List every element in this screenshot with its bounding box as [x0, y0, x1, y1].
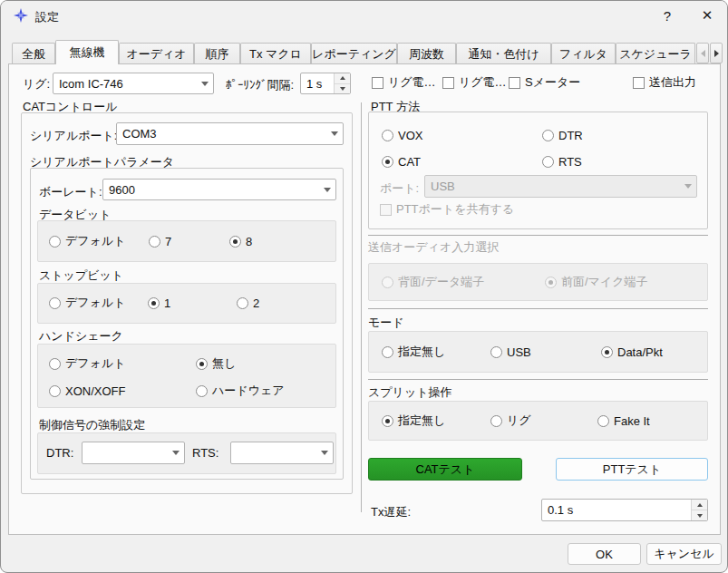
split-fakeit-radio[interactable]: Fake It	[597, 413, 650, 429]
radio-circle[interactable]	[49, 236, 61, 248]
rig-power-off-checkbox[interactable]: リグ電源オ…	[442, 74, 510, 91]
ptt-port-value: USB	[425, 180, 680, 193]
mode-usb-radio[interactable]: USB	[490, 344, 531, 360]
rig-label: リグ:	[23, 76, 50, 92]
handshake-default-radio[interactable]: デフォルト	[49, 355, 126, 372]
mode-none-radio[interactable]: 指定無し	[382, 344, 445, 360]
cancel-button[interactable]: キャンセル	[646, 543, 722, 565]
chevron-down-icon[interactable]	[326, 123, 343, 144]
radio-circle[interactable]	[196, 385, 208, 397]
data-bits-default-radio[interactable]: デフォルト	[49, 233, 126, 249]
serial-port-label: シリアルポート:	[30, 128, 117, 144]
tx-delay-value: 0.1 s	[542, 500, 691, 520]
split-operation-title: スプリット操作	[368, 384, 452, 401]
force-control-lines-title: 制御信号の強制設定	[39, 417, 145, 433]
data-bits-7-radio[interactable]: 7	[149, 233, 171, 249]
stop-bits-2-radio[interactable]: 2	[237, 295, 259, 311]
checkbox-box[interactable]	[372, 77, 383, 89]
mode-datapkt-radio[interactable]: Data/Pkt	[601, 344, 663, 360]
radio-circle[interactable]	[229, 236, 241, 248]
section-divider	[368, 235, 708, 236]
radio-circle[interactable]	[49, 297, 61, 309]
share-ptt-port-checkbox: PTTポートを共有する	[380, 201, 514, 218]
section-divider	[368, 379, 708, 380]
radio-circle	[545, 277, 557, 288]
chevron-down-icon[interactable]	[168, 442, 184, 463]
handshake-hardware-radio[interactable]: ハードウェア	[196, 383, 285, 399]
rig-combo[interactable]: Icom IC-746	[53, 73, 214, 94]
data-bits-8-radio[interactable]: 8	[229, 233, 252, 249]
spin-down-icon[interactable]	[692, 510, 707, 520]
radio-circle[interactable]	[49, 385, 61, 397]
tx-power-checkbox[interactable]: 送信出力	[633, 74, 696, 91]
polling-interval-label: ﾎﾟｰﾘﾝｸﾞ間隔:	[226, 77, 294, 93]
radio-circle[interactable]	[601, 346, 613, 358]
chevron-down-icon[interactable]	[316, 442, 333, 463]
radio-circle[interactable]	[382, 415, 393, 427]
chevron-down-icon[interactable]	[197, 73, 213, 93]
section-divider	[368, 308, 708, 309]
checkbox-box[interactable]	[442, 77, 454, 89]
checkbox-box[interactable]	[633, 77, 645, 89]
checkbox-box[interactable]	[509, 77, 520, 89]
radio-circle[interactable]	[149, 236, 160, 248]
chevron-down-icon[interactable]	[319, 180, 335, 199]
spin-up-icon[interactable]	[335, 73, 350, 84]
radio-circle[interactable]	[148, 297, 160, 309]
handshake-xonxoff-radio[interactable]: XON/XOFF	[49, 383, 125, 399]
rig-power-off-label: リグ電源オ…	[459, 74, 510, 91]
dtr-label: DTR:	[46, 446, 73, 460]
radio-circle[interactable]	[490, 415, 502, 427]
spin-up-icon[interactable]	[692, 500, 707, 510]
rig-power-on-checkbox[interactable]: リグ電源オ…	[372, 74, 440, 91]
stop-bits-default-radio[interactable]: デフォルト	[49, 295, 126, 311]
radio-circle[interactable]	[196, 358, 208, 370]
tx-delay-label: Tx遅延:	[371, 504, 411, 520]
settings-dialog: 設定 ? ✕ 全般 無線機 オーディオ 順序 Tx マクロ レポーティング 周波…	[0, 0, 728, 573]
serial-port-combo[interactable]: COM3	[116, 122, 344, 145]
radio-circle[interactable]	[542, 130, 554, 141]
ok-button[interactable]: OK	[568, 543, 641, 565]
tx-audio-front-radio: 前面/マイク端子	[545, 274, 648, 290]
radio-tab-content: リグ: Icom IC-746 ﾎﾟｰﾘﾝｸﾞ間隔: 1 s リグ電源オ… リグ…	[1, 1, 727, 572]
ptt-vox-radio[interactable]: VOX	[382, 127, 422, 143]
handshake-title: ハンドシェーク	[39, 328, 123, 345]
s-meter-checkbox[interactable]: Sメーター	[509, 74, 580, 91]
radio-circle[interactable]	[490, 346, 502, 358]
rig-combo-value: Icom IC-746	[53, 77, 197, 91]
rts-label: RTS:	[192, 446, 218, 460]
radio-circle[interactable]	[382, 156, 393, 168]
ptt-cat-radio[interactable]: CAT	[382, 153, 421, 170]
spin-down-icon[interactable]	[335, 84, 350, 94]
share-ptt-port-label: PTTポートを共有する	[396, 201, 514, 218]
ptt-test-button[interactable]: PTTテスト	[556, 458, 708, 481]
tx-audio-title: 送信オーディオ入力選択	[368, 239, 499, 256]
split-none-radio[interactable]: 指定無し	[382, 413, 445, 429]
radio-circle[interactable]	[237, 297, 248, 309]
radio-circle[interactable]	[382, 130, 393, 141]
dtr-combo[interactable]	[82, 442, 185, 464]
baud-rate-value: 9600	[103, 183, 319, 197]
split-rig-radio[interactable]: リグ	[490, 413, 531, 429]
radio-circle[interactable]	[382, 346, 393, 358]
handshake-none-radio[interactable]: 無し	[196, 355, 236, 372]
stop-bits-1-radio[interactable]: 1	[148, 295, 170, 311]
baud-rate-label: ボーレート:	[39, 184, 102, 200]
polling-interval-spinbox[interactable]: 1 s	[300, 73, 351, 94]
tx-audio-rear-radio: 背面/データ端子	[382, 274, 484, 290]
radio-circle[interactable]	[49, 358, 61, 370]
tx-power-label: 送信出力	[649, 74, 696, 91]
radio-circle[interactable]	[542, 156, 554, 168]
ptt-rts-radio[interactable]: RTS	[542, 153, 582, 170]
checkbox-box	[380, 204, 392, 216]
rts-combo[interactable]	[230, 442, 334, 464]
cat-test-button[interactable]: CATテスト	[368, 458, 522, 481]
tx-delay-spinbox[interactable]: 0.1 s	[541, 499, 708, 521]
s-meter-label: Sメーター	[525, 74, 580, 91]
mode-title: モード	[368, 315, 404, 331]
ptt-dtr-radio[interactable]: DTR	[542, 127, 583, 143]
chevron-down-icon	[680, 176, 696, 197]
radio-circle[interactable]	[597, 415, 609, 427]
baud-rate-combo[interactable]: 9600	[102, 179, 336, 200]
polling-interval-value: 1 s	[301, 73, 334, 93]
